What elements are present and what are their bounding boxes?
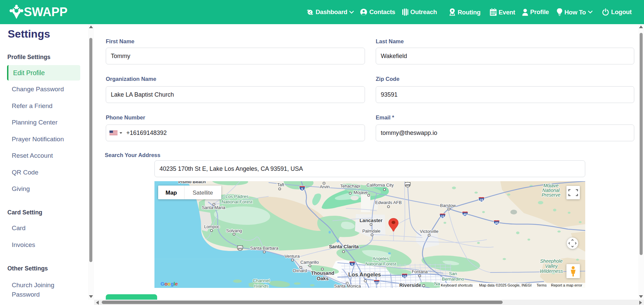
svg-text:Channel: Channel <box>253 278 270 283</box>
svg-text:Valley: Valley <box>545 263 558 269</box>
svg-text:G: G <box>160 281 165 287</box>
svg-text:Taft: Taft <box>277 182 284 187</box>
svg-text:Bernardino: Bernardino <box>442 276 464 282</box>
svg-text:Lompoc: Lompoc <box>204 224 220 229</box>
svg-text:Report a map error: Report a map error <box>551 283 582 287</box>
svg-text:Edwards AFB: Edwards AFB <box>375 200 402 205</box>
svg-text:Sheephole: Sheephole <box>540 258 563 264</box>
svg-text:National Forest: National Forest <box>222 199 252 204</box>
svg-text:Arvin: Arvin <box>320 184 330 189</box>
svg-text:Angeles: Angeles <box>373 256 389 261</box>
svg-text:Santa Monica: Santa Monica <box>334 284 361 288</box>
svg-text:Islands: Islands <box>254 284 269 288</box>
svg-text:40: 40 <box>463 212 467 216</box>
svg-text:Santa Maria: Santa Maria <box>202 205 226 210</box>
svg-text:Mojave: Mojave <box>354 190 368 195</box>
svg-text:Tehachapi: Tehachapi <box>340 184 360 189</box>
svg-text:Los Padres: Los Padres <box>226 194 249 199</box>
svg-text:Wilderness: Wilderness <box>540 268 563 274</box>
svg-text:National Forest: National Forest <box>365 261 396 266</box>
svg-text:605: 605 <box>374 281 380 285</box>
svg-text:Victorville: Victorville <box>420 229 438 234</box>
svg-text:Pismo Beach: Pismo Beach <box>178 181 206 184</box>
svg-text:Keyboard shortcuts: Keyboard shortcuts <box>441 283 473 287</box>
svg-text:40: 40 <box>495 221 499 225</box>
svg-text:Terms: Terms <box>537 283 547 287</box>
svg-text:Satellite: Satellite <box>193 190 213 196</box>
svg-text:10: 10 <box>403 274 407 278</box>
svg-text:5: 5 <box>301 187 303 191</box>
svg-text:Preserve: Preserve <box>542 192 560 198</box>
svg-text:Map: Map <box>166 190 177 196</box>
svg-text:Santa Barbara: Santa Barbara <box>250 246 279 251</box>
svg-text:Solvang: Solvang <box>226 228 242 233</box>
svg-text:Oxnard: Oxnard <box>293 268 307 273</box>
svg-text:Ventura: Ventura <box>285 254 300 259</box>
svg-text:5: 5 <box>351 262 353 266</box>
svg-text:Los Angeles: Los Angeles <box>348 271 381 277</box>
svg-text:Fontana: Fontana <box>412 269 428 274</box>
svg-text:Camarillo: Camarillo <box>301 260 319 265</box>
svg-text:15: 15 <box>480 198 484 202</box>
svg-text:Map data ©2025 Google, INEGI: Map data ©2025 Google, INEGI <box>479 283 532 287</box>
svg-text:Oaks: Oaks <box>317 276 328 281</box>
svg-text:395: 395 <box>405 184 410 187</box>
svg-text:Thousand: Thousand <box>311 270 334 276</box>
svg-text:e: e <box>175 281 178 287</box>
svg-text:Riverside: Riverside <box>399 283 421 288</box>
svg-text:101: 101 <box>238 247 242 250</box>
svg-text:California City: California City <box>367 183 394 188</box>
svg-text:Santa Clarita: Santa Clarita <box>329 244 359 249</box>
svg-text:Barstow: Barstow <box>440 203 456 208</box>
svg-text:Palmdale: Palmdale <box>362 228 380 234</box>
svg-text:Lancaster: Lancaster <box>360 218 383 223</box>
svg-text:Na: Na <box>434 281 440 286</box>
svg-text:San: San <box>449 271 457 276</box>
svg-text:15: 15 <box>441 214 445 218</box>
